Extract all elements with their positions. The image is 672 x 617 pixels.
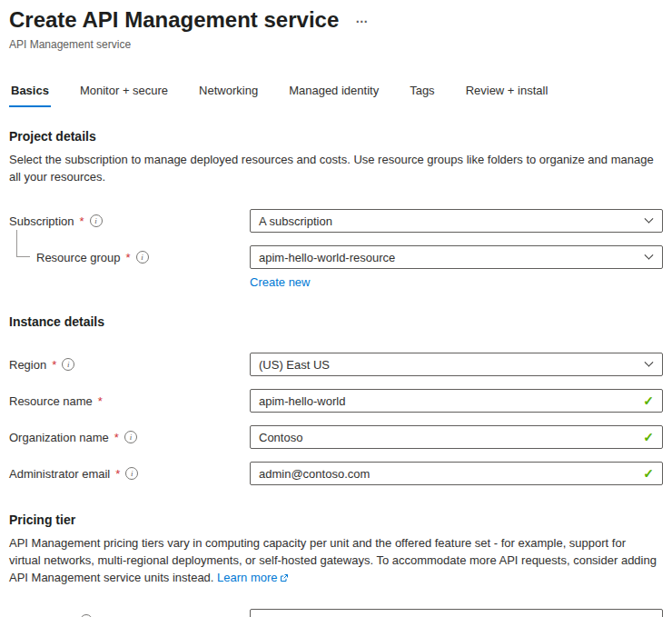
tab-basics[interactable]: Basics [9,80,51,107]
required-marker: * [70,614,74,617]
create-apim-page: Create API Management service … API Mana… [0,0,672,617]
organization-name-value: Contoso [259,431,302,444]
create-new-link[interactable]: Create new [250,275,310,289]
subscription-dropdown[interactable]: A subscription [250,209,663,233]
region-label-cell: Region * i [9,353,250,376]
pricing-tier-label-cell: Pricing tier * i [9,609,250,617]
tab-bar: Basics Monitor + secure Networking Manag… [9,80,663,107]
pricing-tier-label: Pricing tier [9,614,64,617]
subscription-label-cell: Subscription * i [9,209,250,233]
tab-managed-identity[interactable]: Managed identity [287,80,380,107]
organization-name-label-cell: Organization name * i [9,425,250,449]
subscription-value: A subscription [259,214,332,228]
learn-more-link[interactable]: Learn more [217,571,288,584]
resource-group-dropdown[interactable]: apim-hello-world-resource [250,245,663,269]
required-marker: * [126,251,131,264]
info-icon[interactable]: i [62,358,74,371]
info-icon[interactable]: i [124,431,137,443]
pricing-tier-description: API Management pricing tiers vary in com… [9,535,659,587]
pricing-tier-row: Pricing tier * i Basic (99.95% SLA) View… [9,609,663,617]
required-marker: * [52,358,56,372]
tree-connector-line [16,230,30,257]
page-title: Create API Management service [9,7,339,34]
resource-name-row: Resource name * apim-hello-world ✓ [9,389,663,413]
pricing-tier-dropdown[interactable]: Basic (99.95% SLA) [250,609,663,617]
admin-email-value: admin@contoso.com [259,467,370,481]
chevron-down-icon [645,214,654,224]
chevron-down-icon [645,358,654,367]
region-row: Region * i (US) East US [9,353,663,376]
external-link-icon [280,573,289,582]
admin-email-label: Administrator email [9,467,110,481]
resource-name-label-cell: Resource name * [9,389,250,413]
subscription-row: Subscription * i A subscription [9,209,663,233]
instance-details-heading: Instance details [9,314,663,329]
learn-more-label: Learn more [217,571,277,584]
required-marker: * [115,467,120,481]
chevron-down-icon [645,251,654,260]
admin-email-row: Administrator email * i admin@contoso.co… [9,462,663,485]
info-icon[interactable]: i [136,251,149,264]
required-marker: * [98,394,103,408]
resource-group-label: Resource group [36,251,121,264]
resource-name-input[interactable]: apim-hello-world ✓ [250,389,663,413]
organization-name-row: Organization name * i Contoso ✓ [9,425,663,449]
valid-check-icon: ✓ [643,393,654,408]
required-marker: * [80,214,84,228]
pricing-tier-value: Basic (99.95% SLA) [259,614,364,617]
instance-details-form: Region * i (US) East US Resource name * … [9,353,663,485]
pricing-tier-form: Pricing tier * i Basic (99.95% SLA) View… [9,609,663,617]
valid-check-icon: ✓ [643,466,654,481]
pricing-description-text: API Management pricing tiers vary in com… [9,536,657,584]
project-details-form: Subscription * i A subscription Resource… [9,209,663,289]
info-icon[interactable]: i [125,467,138,480]
resource-group-row: Resource group * i apim-hello-world-reso… [9,245,663,289]
project-details-heading: Project details [9,129,663,144]
tab-monitor-secure[interactable]: Monitor + secure [78,80,170,107]
pricing-tier-heading: Pricing tier [9,513,663,527]
subscription-label: Subscription [9,214,74,228]
required-marker: * [114,431,119,444]
resource-name-value: apim-hello-world [259,394,345,408]
organization-name-input[interactable]: Contoso ✓ [250,425,663,449]
resource-name-label: Resource name [9,394,93,408]
region-value: (US) East US [259,358,330,372]
tab-networking[interactable]: Networking [197,80,260,107]
admin-email-input[interactable]: admin@contoso.com ✓ [250,462,663,485]
chevron-down-icon [645,613,654,617]
region-label: Region [9,358,46,372]
region-dropdown[interactable]: (US) East US [250,353,663,376]
valid-check-icon: ✓ [643,430,654,444]
project-details-description: Select the subscription to manage deploy… [9,152,659,186]
admin-email-label-cell: Administrator email * i [9,462,250,485]
tab-review-install[interactable]: Review + install [464,80,550,107]
tab-tags[interactable]: Tags [408,80,436,107]
organization-name-label: Organization name [9,431,109,444]
page-subtitle: API Management service [9,38,663,51]
resource-group-value: apim-hello-world-resource [259,251,395,264]
more-options-icon[interactable]: … [355,11,369,25]
page-header: Create API Management service … [9,7,663,34]
resource-group-label-cell: Resource group * i [9,245,250,269]
info-icon[interactable]: i [90,214,103,227]
